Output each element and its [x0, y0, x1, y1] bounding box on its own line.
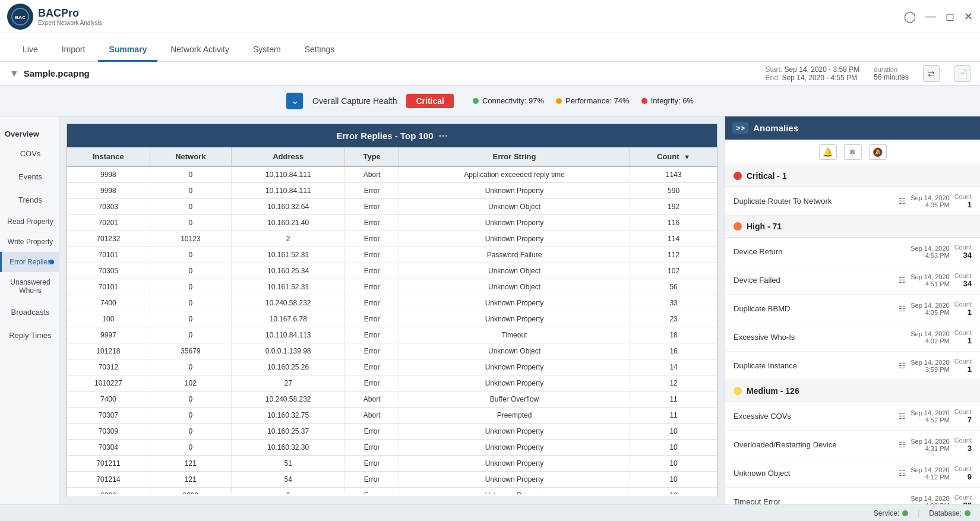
maximize-icon[interactable]: ◻	[946, 10, 954, 23]
table-row[interactable]: 9997010.110.84.113ErrorTimeout18	[67, 327, 717, 343]
anomaly-item[interactable]: Excessive COVs☷Sep 14, 20204:52 PMCount7	[725, 402, 980, 431]
table-row[interactable]: 100010.167.6.78ErrorUnknown Property23	[67, 311, 717, 327]
table-row[interactable]: 70304010.160.32.30ErrorUnknown Property1…	[67, 440, 717, 456]
col-type[interactable]: Type	[345, 147, 399, 166]
health-metrics: Connectivity: 97% Performance: 74% Integ…	[473, 96, 694, 105]
sidebar-item-read-property[interactable]: Read Property	[0, 211, 59, 232]
anomalies-expand-icon[interactable]: >>	[732, 122, 748, 134]
close-icon[interactable]: ✕	[964, 10, 973, 23]
anomaly-item[interactable]: Device ReturnSep 14, 20204:53 PMCount34	[725, 238, 980, 266]
sidebar-item-broadcasts[interactable]: Broadcasts	[0, 301, 59, 324]
anomaly-detail-icon[interactable]: ☷	[899, 412, 906, 421]
sidebar-item-unanswered-who-is[interactable]: Unanswered Who-is	[0, 272, 59, 301]
table-scroll[interactable]: Instance Network Address Type Error Stri…	[67, 147, 717, 494]
end-label: End:	[766, 74, 780, 82]
anomaly-date: Sep 14, 20204:02 PM	[911, 330, 949, 345]
sidebar-item-covs[interactable]: COVs	[0, 142, 59, 165]
table-cell-3-2: 10.160.21.40	[231, 215, 345, 231]
anomalies-filter-button[interactable]: ⚛	[844, 144, 862, 160]
table-row[interactable]: 101022710227ErrorUnknown Property12	[67, 375, 717, 391]
severity-section-high: High - 71Device ReturnSep 14, 20204:53 P…	[725, 216, 980, 380]
col-instance[interactable]: Instance	[67, 147, 150, 166]
tab-network-activity[interactable]: Network Activity	[160, 39, 240, 62]
anomaly-item[interactable]: Duplicate Router To Network☷Sep 14, 2020…	[725, 187, 980, 216]
tab-settings[interactable]: Settings	[294, 39, 346, 62]
anomaly-item[interactable]: Unknown Object☷Sep 14, 20204:12 PMCount9	[725, 459, 980, 488]
sidebar-item-error-replies[interactable]: Error Replies	[0, 252, 59, 272]
anomalies-mute-button[interactable]: 🔕	[869, 144, 887, 160]
anomaly-count-block: Count34	[954, 272, 972, 288]
anomaly-detail-icon[interactable]: ☷	[899, 440, 906, 449]
table-row[interactable]: 101218356790.0.0.1.139.98ErrorUnknown Ob…	[67, 343, 717, 359]
sidebar-item-write-property[interactable]: Write Property	[0, 232, 59, 252]
table-row[interactable]: 7400010.240.58.232AbortBuffer Overflow11	[67, 391, 717, 408]
anomaly-detail-icon[interactable]: ☷	[899, 197, 906, 206]
severity-dot-critical	[734, 172, 742, 180]
anomaly-name: Duplicate Router To Network	[734, 197, 894, 206]
col-network[interactable]: Network	[150, 147, 231, 166]
table-cell-5-5: 112	[630, 247, 717, 263]
file-chevron[interactable]: ▼	[10, 68, 19, 79]
error-table-container: Error Replies - Top 100 ⋯ Instance Netwo…	[67, 124, 717, 497]
health-toggle-button[interactable]: ⌄	[286, 93, 303, 109]
table-row[interactable]: 70303010.160.32.64ErrorUnknown Object192	[67, 199, 717, 215]
export-icon-button[interactable]: ⇄	[923, 65, 940, 82]
report-icon-button[interactable]: 📄	[954, 65, 970, 82]
table-row[interactable]: 70305010.160.25.34ErrorUnknown Object102	[67, 263, 717, 279]
table-row[interactable]: 9998010.110.84.111ErrorUnknown Property5…	[67, 183, 717, 199]
col-address[interactable]: Address	[231, 147, 345, 166]
health-status-badge: Critical	[406, 94, 453, 108]
anomaly-detail-icon[interactable]: ☷	[899, 304, 906, 313]
table-cell-10-0: 9997	[67, 327, 150, 343]
table-row[interactable]: 70312010.160.25.26ErrorUnknown Property1…	[67, 359, 717, 375]
col-count[interactable]: Count ▼	[630, 147, 717, 166]
table-cell-5-3: Error	[345, 247, 399, 263]
table-row[interactable]: 70121412154ErrorUnknown Property10	[67, 472, 717, 488]
anomaly-item[interactable]: Overloaded/Restarting Device☷Sep 14, 202…	[725, 431, 980, 459]
anomaly-detail-icon[interactable]: ☷	[899, 361, 906, 370]
table-row[interactable]: 9998010.110.84.111AbortApplication excee…	[67, 166, 717, 183]
sidebar-item-trends[interactable]: Trends	[0, 188, 59, 211]
anomaly-item[interactable]: Device Failed☷Sep 14, 20204:51 PMCount34	[725, 266, 980, 295]
anomaly-item[interactable]: Duplicate Instance☷Sep 14, 20203:59 PMCo…	[725, 352, 980, 380]
tab-summary[interactable]: Summary	[98, 39, 157, 62]
table-cell-0-0: 9998	[67, 166, 150, 183]
table-row[interactable]: 70309010.160.25.37ErrorUnknown Property1…	[67, 424, 717, 440]
anomaly-count-block: Count30	[954, 494, 972, 504]
tab-live[interactable]: Live	[12, 39, 49, 62]
nav-bar: Live Import Summary Network Activity Sys…	[0, 33, 980, 62]
table-more-icon[interactable]: ⋯	[438, 130, 448, 141]
table-cell-15-1: 0	[150, 408, 231, 424]
table-row[interactable]: 7400010.240.58.232ErrorUnknown Property3…	[67, 295, 717, 311]
title-bar: BAC BACPro Expert Network Analysis ◯ — ◻…	[0, 0, 980, 33]
anomaly-item[interactable]: Excessive Who-IsSep 14, 20204:02 PMCount…	[725, 323, 980, 352]
anomaly-detail-icon[interactable]: ☷	[899, 276, 906, 285]
severity-header-medium: Medium - 126	[725, 380, 980, 402]
sidebar-item-events[interactable]: Events	[0, 165, 59, 188]
table-cell-12-2: 10.160.25.26	[231, 359, 345, 375]
table-row[interactable]: 70101010.161.52.31ErrorUnknown Object56	[67, 279, 717, 295]
table-row[interactable]: 920992009ErrorUnknown Property10	[67, 488, 717, 494]
end-value: Sep 14, 2020 - 4:55 PM	[782, 74, 858, 82]
anomalies-bell-button[interactable]: 🔔	[819, 144, 837, 160]
tab-system[interactable]: System	[242, 39, 292, 62]
svg-text:BAC: BAC	[15, 14, 26, 20]
anomaly-item[interactable]: Timeout ErrorSep 14, 20204:08 PMCount30	[725, 488, 980, 504]
anomalies-content[interactable]: Critical - 1Duplicate Router To Network☷…	[725, 165, 980, 504]
table-row[interactable]: 70307010.160.32.75AbortPreempted11	[67, 408, 717, 424]
anomaly-item[interactable]: Duplicate BBMD☷Sep 14, 20204:05 PMCount1	[725, 295, 980, 323]
col-error-string[interactable]: Error String	[399, 147, 630, 166]
anomaly-detail-icon[interactable]: ☷	[899, 469, 906, 478]
database-status: Database:	[929, 509, 970, 517]
table-cell-1-2: 10.110.84.111	[231, 183, 345, 199]
table-row[interactable]: 70121112151ErrorUnknown Property10	[67, 456, 717, 472]
table-cell-12-1: 0	[150, 359, 231, 375]
table-row[interactable]: 701232101232ErrorUnknown Property114	[67, 231, 717, 247]
table-row[interactable]: 70201010.160.21.40ErrorUnknown Property1…	[67, 215, 717, 231]
table-row[interactable]: 70101010.161.52.31ErrorPassword Failure1…	[67, 247, 717, 263]
tab-import[interactable]: Import	[51, 39, 96, 62]
minimize-icon[interactable]: —	[925, 10, 936, 23]
table-cell-12-5: 14	[630, 359, 717, 375]
sidebar-item-reply-times[interactable]: Reply Times	[0, 324, 59, 347]
user-icon[interactable]: ◯	[904, 10, 916, 23]
